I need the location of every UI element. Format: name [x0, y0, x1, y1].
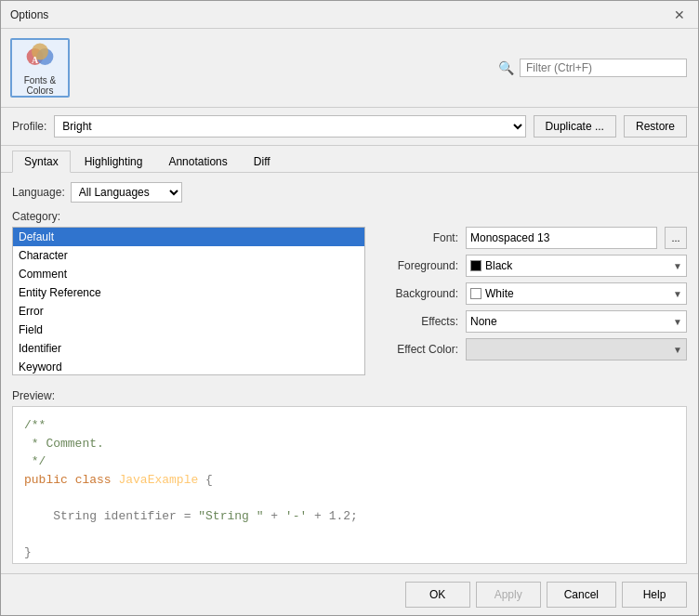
preview-line-3: */ — [24, 452, 675, 471]
foreground-arrow-icon: ▼ — [673, 261, 682, 271]
foreground-row: Foreground: Black ▼ — [375, 255, 687, 277]
preview-line-7 — [24, 525, 675, 544]
category-list: Default Character Comment Entity Referen… — [12, 227, 365, 375]
fonts-colors-icon-button[interactable]: A Fonts & Colors — [10, 38, 70, 98]
effects-label: Effects: — [375, 315, 458, 328]
list-item[interactable]: Entity Reference — [13, 283, 364, 302]
icon-section: A Fonts & Colors — [1, 29, 79, 107]
foreground-value: Black — [485, 259, 512, 272]
preview-box: /** * Comment. */ public class JavaExamp… — [12, 406, 687, 564]
font-label: Font: — [375, 231, 458, 244]
preview-line-2: * Comment. — [24, 435, 675, 453]
icon-label: Fonts & Colors — [12, 75, 68, 96]
filter-box — [520, 59, 687, 77]
language-select[interactable]: All Languages — [71, 182, 182, 203]
restore-button[interactable]: Restore — [624, 115, 687, 138]
language-label: Language: — [12, 186, 65, 199]
category-list-wrap: Default Character Comment Entity Referen… — [12, 227, 365, 382]
options-dialog: Options ✕ A Fonts & Colors 🔍 — [0, 0, 699, 616]
preview-line-4: public class JavaExample { — [24, 471, 675, 490]
list-item[interactable]: Error — [13, 302, 364, 321]
list-item[interactable]: Field — [13, 321, 364, 339]
effects-row: Effects: None ▼ — [375, 310, 687, 333]
ok-button[interactable]: OK — [405, 582, 470, 608]
top-section: A Fonts & Colors 🔍 — [1, 29, 698, 108]
background-select[interactable]: White ▼ — [466, 282, 687, 305]
profile-label: Profile: — [12, 120, 46, 133]
preview-line-5 — [24, 489, 675, 507]
tabs: Syntax Highlighting Annotations Diff — [1, 150, 698, 173]
effects-arrow-icon: ▼ — [673, 317, 682, 327]
font-input[interactable] — [466, 227, 657, 249]
foreground-select[interactable]: Black ▼ — [466, 255, 687, 277]
font-row: Font: ... — [375, 227, 687, 249]
apply-button[interactable]: Apply — [476, 582, 541, 608]
tab-annotations[interactable]: Annotations — [156, 151, 239, 173]
effects-value: None — [470, 315, 497, 328]
effect-color-row: Effect Color: ▼ — [375, 338, 687, 360]
tab-content-syntax: Language: All Languages Category: Defaul… — [1, 173, 698, 573]
title-bar: Options ✕ — [1, 1, 698, 29]
list-item[interactable]: Default — [13, 228, 364, 246]
language-row: Language: All Languages — [12, 182, 687, 203]
font-browse-button[interactable]: ... — [665, 227, 687, 249]
search-icon: 🔍 — [498, 60, 514, 75]
profile-row: Profile: Bright Duplicate ... Restore — [1, 108, 698, 146]
effect-color-select[interactable]: ▼ — [466, 338, 687, 360]
category-label: Category: — [12, 210, 687, 223]
duplicate-button[interactable]: Duplicate ... — [534, 115, 616, 138]
filter-input[interactable] — [526, 61, 680, 74]
svg-text:A: A — [32, 55, 39, 65]
effect-color-label: Effect Color: — [375, 343, 458, 356]
effect-color-arrow-icon: ▼ — [673, 345, 682, 355]
list-item[interactable]: Character — [13, 246, 364, 265]
list-item[interactable]: Comment — [13, 265, 364, 283]
background-swatch — [470, 288, 481, 299]
background-arrow-icon: ▼ — [673, 289, 682, 299]
list-item[interactable]: Identifier — [13, 339, 364, 358]
foreground-swatch — [470, 260, 481, 271]
preview-section: Preview: /** * Comment. */ public class … — [12, 389, 687, 564]
background-value: White — [485, 287, 514, 300]
close-button[interactable]: ✕ — [670, 6, 689, 24]
title-bar-left: Options — [10, 8, 48, 21]
foreground-label: Foreground: — [375, 259, 458, 272]
preview-label: Preview: — [12, 389, 687, 402]
preview-line-8: } — [24, 544, 675, 562]
split-area: Default Character Comment Entity Referen… — [12, 227, 687, 382]
fonts-colors-svg: A — [21, 40, 59, 73]
cancel-button[interactable]: Cancel — [547, 582, 616, 608]
effects-select[interactable]: None ▼ — [466, 310, 687, 333]
profile-select[interactable]: Bright — [54, 115, 525, 138]
background-label: Background: — [375, 287, 458, 300]
background-row: Background: White ▼ — [375, 282, 687, 305]
dialog-title: Options — [10, 8, 48, 21]
font-panel: Font: ... Foreground: Black ▼ — [375, 227, 687, 382]
tab-highlighting[interactable]: Highlighting — [73, 151, 155, 173]
preview-line-1: /** — [24, 416, 675, 435]
help-button[interactable]: Help — [622, 582, 687, 608]
bottom-bar: OK Apply Cancel Help — [1, 573, 698, 615]
list-item[interactable]: Keyword — [13, 358, 364, 375]
preview-line-6: String identifier = "String " + '-' + 1.… — [24, 507, 675, 526]
tab-diff[interactable]: Diff — [242, 151, 283, 173]
tab-syntax[interactable]: Syntax — [12, 151, 71, 173]
